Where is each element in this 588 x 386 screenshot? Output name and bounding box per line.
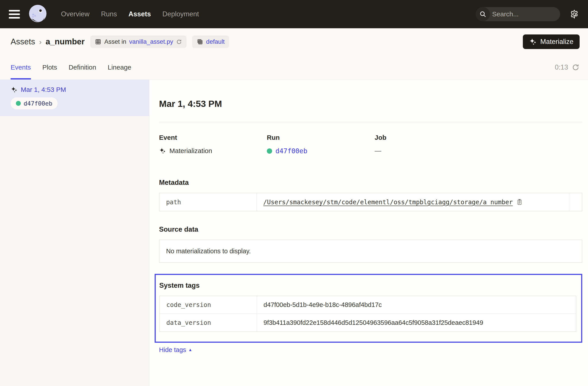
materialize-label: Materialize: [540, 38, 573, 46]
event-detail-panel: Mar 1, 4:53 PM Event Materialization Run: [149, 80, 588, 386]
tag-value: d47f00eb-5d1b-4e9e-b18c-4896af4bd17c: [264, 301, 382, 308]
breadcrumb-separator: ›: [39, 38, 42, 46]
materialization-sparkle-icon: [11, 86, 18, 93]
nav-item-assets[interactable]: Assets: [128, 10, 151, 18]
content-area: Mar 1, 4:53 PM d47f00eb Mar 1, 4:53 PM E…: [0, 80, 588, 386]
metadata-key: path: [160, 193, 257, 211]
hamburger-menu-icon[interactable]: [9, 10, 20, 19]
table-row: data_version 9f3b411a390fd22e158d446d5d1…: [160, 314, 576, 331]
materialization-sparkle-icon: [159, 147, 166, 154]
search-input[interactable]: [490, 10, 560, 18]
materialize-button[interactable]: Materialize: [523, 34, 580, 49]
metadata-table: path /Users/smackesey/stm/code/elementl/…: [159, 193, 582, 211]
breadcrumb-assets-link[interactable]: Assets: [11, 37, 35, 46]
code-location-link[interactable]: default: [206, 38, 225, 45]
detail-divider: [159, 122, 582, 122]
metadata-path-link[interactable]: /Users/smackesey/stm/code/elementl/oss/t…: [263, 199, 513, 206]
event-type-value: Materialization: [169, 147, 212, 155]
metadata-heading: Metadata: [159, 179, 582, 187]
job-empty-value: —: [375, 147, 381, 155]
event-list-sidebar: Mar 1, 4:53 PM d47f00eb: [0, 80, 149, 386]
tag-key: code_version: [160, 296, 257, 314]
run-id-badge[interactable]: d47f00eb: [11, 97, 58, 109]
nav-item-deployment[interactable]: Deployment: [162, 10, 199, 18]
tabs-row: Events Plots Definition Lineage 0:13: [0, 55, 588, 80]
event-column: Event Materialization: [159, 134, 267, 155]
hide-tags-label: Hide tags: [159, 346, 186, 354]
settings-gear-icon[interactable]: [569, 9, 579, 19]
code-location-chip[interactable]: default: [192, 36, 229, 48]
asset-definition-chip[interactable]: Asset in vanilla_asset.py: [90, 36, 187, 48]
event-summary-columns: Event Materialization Run d47f00eb: [159, 134, 582, 155]
search-icon: [476, 7, 490, 21]
table-row: code_version d47f00eb-5d1b-4e9e-b18c-489…: [160, 296, 576, 314]
asset-grid-icon: [95, 39, 101, 45]
table-row: path /Users/smackesey/stm/code/elementl/…: [160, 193, 582, 211]
run-column: Run d47f00eb: [267, 134, 375, 155]
refresh-icon[interactable]: [572, 63, 580, 71]
caret-up-icon: ▲: [189, 347, 192, 352]
primary-nav: Overview Runs Assets Deployment: [61, 10, 199, 18]
event-detail-heading: Mar 1, 4:53 PM: [159, 99, 582, 109]
job-column: Job —: [375, 134, 483, 155]
asset-chip-prefix: Asset in: [104, 38, 126, 45]
source-data-empty-message: No materializations to display.: [159, 240, 582, 263]
run-status-dot: [16, 101, 21, 106]
source-data-heading: Source data: [159, 225, 582, 233]
refresh-timer: 0:13: [555, 63, 568, 71]
system-tags-table: code_version d47f00eb-5d1b-4e9e-b18c-489…: [159, 296, 576, 332]
job-column-label: Job: [375, 134, 483, 141]
run-column-label: Run: [267, 134, 375, 141]
asset-tabs: Events Plots Definition Lineage: [11, 55, 131, 80]
tab-definition[interactable]: Definition: [68, 55, 96, 80]
tag-value: 9f3b411a390fd22e158d446d5d12504963596aa6…: [264, 319, 483, 326]
refresh-status: 0:13: [555, 63, 580, 71]
system-tags-highlight-box: System tags code_version d47f00eb-5d1b-4…: [155, 274, 582, 343]
nav-item-runs[interactable]: Runs: [101, 10, 117, 18]
page-title: a_number: [45, 37, 84, 46]
reload-definition-icon[interactable]: [176, 39, 182, 45]
source-data-section: Source data No materializations to displ…: [159, 225, 582, 263]
copy-path-icon[interactable]: [516, 199, 523, 205]
sparkle-icon: [529, 38, 537, 46]
top-nav: Overview Runs Assets Deployment /: [0, 0, 588, 28]
event-column-label: Event: [159, 134, 267, 141]
run-id-label: d47f00eb: [24, 100, 52, 107]
global-search[interactable]: /: [476, 7, 560, 21]
breadcrumb-row: Assets › a_number Asset in vanilla_asset…: [0, 28, 588, 55]
event-timestamp[interactable]: Mar 1, 4:53 PM: [21, 86, 66, 93]
tag-key: data_version: [160, 314, 257, 331]
tab-plots[interactable]: Plots: [42, 55, 57, 80]
hide-tags-link[interactable]: Hide tags ▲: [159, 346, 192, 354]
event-list-item-selected[interactable]: Mar 1, 4:53 PM d47f00eb: [0, 80, 149, 116]
code-location-icon: [197, 39, 203, 45]
tab-events[interactable]: Events: [11, 55, 31, 80]
nav-item-overview[interactable]: Overview: [61, 10, 89, 18]
run-status-dot: [267, 148, 272, 154]
asset-file-link[interactable]: vanilla_asset.py: [129, 38, 173, 45]
run-id-link[interactable]: d47f00eb: [275, 147, 308, 155]
dagster-logo-icon[interactable]: [27, 4, 48, 24]
metadata-section: Metadata path /Users/smackesey/stm/code/…: [159, 179, 582, 211]
tab-lineage[interactable]: Lineage: [108, 55, 131, 80]
metadata-actions-cell: [569, 193, 582, 211]
system-tags-heading: System tags: [159, 282, 576, 289]
